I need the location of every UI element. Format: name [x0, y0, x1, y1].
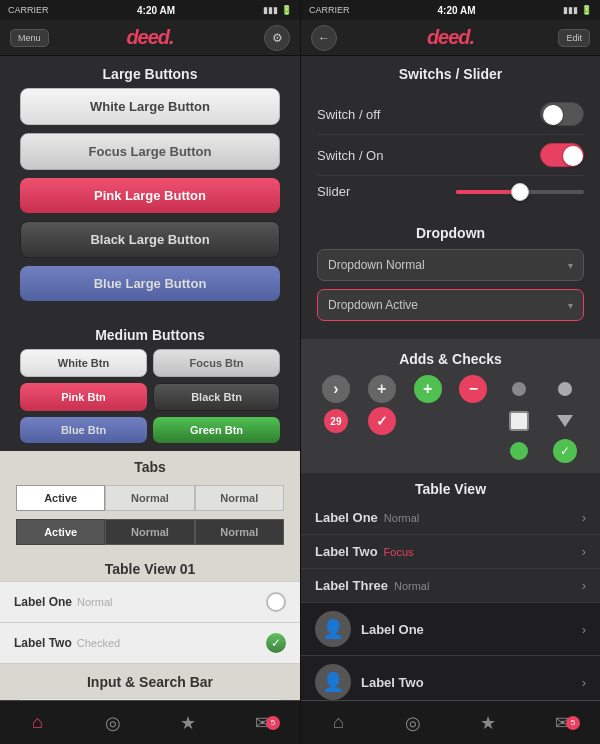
- home-icon-r: ⌂: [333, 712, 344, 733]
- menu-button[interactable]: Menu: [10, 29, 49, 47]
- table-row[interactable]: Label One Normal: [0, 581, 300, 622]
- adds-title: Adds & Checks: [315, 347, 586, 375]
- table-row-one[interactable]: Label One Normal ›: [301, 501, 600, 535]
- right-phone-panel: CARRIER 4:20 AM ▮▮▮ 🔋 ← deed. Edit Switc…: [300, 0, 600, 744]
- settings-button[interactable]: ⚙: [264, 25, 290, 51]
- switches-title: Switchs / Slider: [301, 56, 600, 88]
- black-medium-button[interactable]: Black Btn: [153, 383, 280, 411]
- toggle-off[interactable]: [540, 102, 584, 126]
- tab-dark-active[interactable]: Active: [16, 519, 105, 545]
- tv-label-three: Label Three: [315, 578, 388, 593]
- switch-off-label: Switch / off: [317, 107, 540, 122]
- table-row-three[interactable]: Label Three Normal ›: [301, 569, 600, 603]
- adds-checks-section: Adds & Checks › + + − 29 ✓: [301, 339, 600, 473]
- add-btn-plus-gray[interactable]: +: [368, 375, 396, 403]
- tv-label-one: Label One: [315, 510, 378, 525]
- right-nav-bar: ← deed. Edit: [301, 20, 600, 56]
- toggle-on[interactable]: [540, 143, 584, 167]
- pink-large-button[interactable]: Pink Large Button: [20, 178, 280, 213]
- right-logo: deed.: [427, 26, 474, 49]
- dropdown-section: Dropdown Dropdown Normal ▾ Dropdown Acti…: [301, 217, 600, 339]
- medium-buttons-title: Medium Buttons: [0, 317, 300, 349]
- bottom-tab-star[interactable]: ★: [150, 712, 225, 734]
- input-search-section: Input & Search Bar ✕ Cancel 🔍 ⌨: [0, 664, 300, 700]
- tabs-section: Tabs Active Normal Normal Active Normal …: [0, 451, 300, 553]
- right-bottom-tab-mail[interactable]: ✉ 5: [525, 712, 600, 734]
- tab-normal-2[interactable]: Normal: [195, 485, 284, 511]
- add-btn-check[interactable]: ✓: [368, 407, 396, 435]
- left-time: 4:20 AM: [137, 5, 175, 16]
- adds-grid: › + + − 29 ✓ ✓: [315, 375, 586, 463]
- slider-label: Slider: [317, 184, 446, 199]
- dropdown-active[interactable]: Dropdown Active ▾: [317, 289, 584, 321]
- white-medium-button[interactable]: White Btn: [20, 349, 147, 377]
- right-carrier: CARRIER: [309, 5, 350, 15]
- medium-buttons-section: White Btn Focus Btn Pink Btn Black Btn B…: [0, 349, 300, 451]
- right-bottom-tab-home[interactable]: ⌂: [301, 712, 376, 733]
- tab-normal-1[interactable]: Normal: [105, 485, 194, 511]
- back-button[interactable]: ←: [311, 25, 337, 51]
- chevron-right-icon-2: ›: [582, 544, 586, 559]
- table-view-right-section: Table View Label One Normal › Label Two …: [301, 473, 600, 603]
- tv-label-two: Label Two: [315, 544, 378, 559]
- table-view-01-title: Table View 01: [0, 553, 300, 581]
- back-icon: ←: [318, 31, 330, 45]
- large-buttons-title: Large Buttons: [0, 56, 300, 88]
- mail-badge: 5: [266, 716, 280, 730]
- left-phone-panel: CARRIER 4:20 AM ▮▮▮ 🔋 Menu deed. ⚙ Large…: [0, 0, 300, 744]
- large-buttons-section: White Large Button Focus Large Button Pi…: [0, 88, 300, 317]
- checkbox[interactable]: [509, 411, 529, 431]
- tab-active-1[interactable]: Active: [16, 485, 105, 511]
- chevron-down-icon: ▾: [568, 260, 573, 271]
- tv-sub-one: Normal: [384, 512, 419, 524]
- table-row[interactable]: Label Two Checked ✓: [0, 622, 300, 664]
- slider-row: Slider: [317, 176, 584, 207]
- green-medium-button[interactable]: Green Btn: [153, 417, 280, 443]
- tab-dark-normal-1[interactable]: Normal: [105, 519, 194, 545]
- gear-icon: ⚙: [272, 31, 283, 45]
- tv-sub-three: Normal: [394, 580, 429, 592]
- chevron-right-icon-5: ›: [582, 675, 586, 690]
- right-bottom-tab-camera[interactable]: ◎: [376, 712, 451, 734]
- add-btn-arrow[interactable]: ›: [322, 375, 350, 403]
- slider-track[interactable]: [456, 190, 585, 194]
- tab-dark-normal-2[interactable]: Normal: [195, 519, 284, 545]
- tab-row-light: Active Normal Normal: [0, 481, 300, 515]
- dropdown-normal[interactable]: Dropdown Normal ▾: [317, 249, 584, 281]
- av-label-two: Label Two: [361, 675, 424, 690]
- white-large-button[interactable]: White Large Button: [20, 88, 280, 125]
- dot-gray-2: [558, 382, 572, 396]
- camera-icon: ◎: [105, 712, 121, 734]
- add-btn-minus[interactable]: −: [459, 375, 487, 403]
- home-icon: ⌂: [32, 712, 43, 733]
- avatar-row-one[interactable]: 👤 Label One ›: [301, 603, 600, 656]
- check-green-icon: ✓: [553, 439, 577, 463]
- check-icon: ✓: [266, 633, 286, 653]
- avatar-row-two[interactable]: 👤 Label Two ›: [301, 656, 600, 700]
- edit-button[interactable]: Edit: [558, 29, 590, 47]
- dot-gray-1: [512, 382, 526, 396]
- focus-medium-button[interactable]: Focus Btn: [153, 349, 280, 377]
- blue-medium-button[interactable]: Blue Btn: [20, 417, 147, 443]
- table-row-two[interactable]: Label Two Focus ›: [301, 535, 600, 569]
- bottom-tab-camera[interactable]: ◎: [75, 712, 150, 734]
- focus-large-button[interactable]: Focus Large Button: [20, 133, 280, 170]
- table-sublabel-two: Checked: [77, 637, 120, 649]
- pink-medium-button[interactable]: Pink Btn: [20, 383, 147, 411]
- toggle-thumb-on: [563, 146, 583, 166]
- bottom-tab-home[interactable]: ⌂: [0, 712, 75, 733]
- table-view-title: Table View: [301, 473, 600, 501]
- bottom-tab-mail[interactable]: ✉ 5: [225, 712, 300, 734]
- black-large-button[interactable]: Black Large Button: [20, 221, 280, 258]
- right-bottom-tab-star[interactable]: ★: [451, 712, 526, 734]
- right-content-area: Switchs / Slider Switch / off Switch / O…: [301, 56, 600, 700]
- blue-large-button[interactable]: Blue Large Button: [20, 266, 280, 301]
- add-btn-plus-green[interactable]: +: [414, 375, 442, 403]
- chevron-down-icon-2: ▾: [568, 300, 573, 311]
- left-status-icons: ▮▮▮ 🔋: [263, 5, 292, 15]
- tab-row-dark: Active Normal Normal: [0, 515, 300, 553]
- chevron-right-icon-3: ›: [582, 578, 586, 593]
- dropdown-title: Dropdown: [317, 217, 584, 249]
- left-status-bar: CARRIER 4:20 AM ▮▮▮ 🔋: [0, 0, 300, 20]
- left-nav-bar: Menu deed. ⚙: [0, 20, 300, 56]
